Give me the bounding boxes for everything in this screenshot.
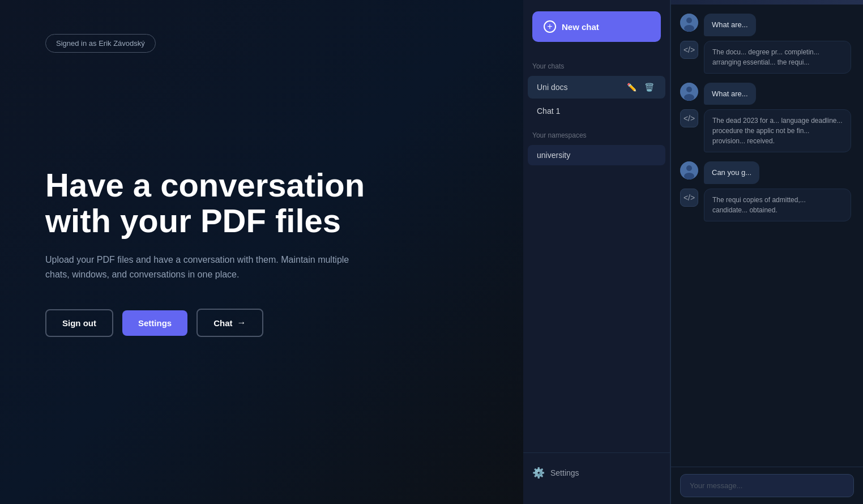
edit-chat-button[interactable]: ✏️: [625, 82, 639, 93]
user-message-1: What are...: [680, 14, 854, 36]
user-message-3: Can you g...: [680, 161, 854, 184]
main-area: Signed in as Erik Závodský Have a conver…: [0, 0, 523, 504]
chat-messages: What are... </> The docu... degree pr...…: [671, 5, 863, 467]
avatar: [680, 14, 698, 32]
hero-headline: Have a conversation with your PDF files: [45, 167, 385, 240]
svg-point-5: [684, 94, 694, 101]
your-chats-label: Your chats: [523, 53, 670, 75]
settings-link[interactable]: ⚙️ Settings: [532, 462, 661, 484]
svg-point-4: [686, 87, 692, 92]
message-group-1: What are... </> The docu... degree pr...…: [680, 14, 854, 74]
chat-item-uni-docs[interactable]: Uni docs ✏️ 🗑️: [528, 76, 665, 99]
new-chat-label: New chat: [562, 22, 599, 32]
user-bubble-1: What are...: [704, 14, 756, 36]
message-group-2: What are... </> The dead 2023 for a... l…: [680, 83, 854, 153]
message-input[interactable]: [680, 474, 854, 497]
settings-label: Settings: [550, 468, 579, 477]
chat-panel-header: [671, 0, 863, 5]
user-bubble-2: What are...: [704, 83, 756, 105]
sidebar: + New chat Your chats Uni docs ✏️ 🗑️ Cha…: [523, 0, 670, 504]
code-icon-2: </>: [680, 109, 698, 127]
svg-point-8: [684, 173, 694, 180]
plus-icon: +: [544, 20, 556, 33]
avatar: [680, 161, 698, 180]
new-chat-button[interactable]: + New chat: [532, 11, 661, 42]
chat-item-1[interactable]: Chat 1: [528, 101, 665, 121]
message-group-3: Can you g... </> The requi copies of adm…: [680, 161, 854, 221]
sign-out-button[interactable]: Sign out: [45, 309, 113, 337]
ai-bubble-2: The dead 2023 for a... language deadline…: [704, 109, 851, 152]
avatar: [680, 83, 698, 101]
ai-message-3: </> The requi copies of admitted,... can…: [680, 189, 854, 221]
code-icon-3: </>: [680, 189, 698, 207]
signed-in-text: Signed in as Erik Závodský: [56, 39, 145, 48]
chat-item-name: Uni docs: [537, 83, 567, 92]
hero-subtitle: Upload your PDF files and have a convers…: [45, 253, 357, 281]
code-icon: </>: [680, 41, 698, 59]
svg-point-2: [684, 25, 694, 32]
action-buttons: Sign out Settings Chat →: [45, 309, 478, 337]
ai-bubble-3: The requi copies of admitted,... candida…: [704, 189, 851, 221]
your-namespaces-label: Your namespaces: [523, 122, 670, 144]
gear-icon: ⚙️: [532, 467, 545, 479]
ai-message-2: </> The dead 2023 for a... language dead…: [680, 109, 854, 152]
ai-bubble-1: The docu... degree pr... completin... ar…: [704, 41, 851, 74]
chat-panel: What are... </> The docu... degree pr...…: [670, 0, 863, 504]
settings-button[interactable]: Settings: [122, 310, 187, 336]
delete-chat-button[interactable]: 🗑️: [642, 82, 656, 93]
ai-message-1: </> The docu... degree pr... completin..…: [680, 41, 854, 74]
message-input-area: [671, 467, 863, 504]
user-bubble-3: Can you g...: [704, 161, 759, 184]
chat-item-name: Chat 1: [537, 106, 560, 116]
signed-in-badge: Signed in as Erik Závodský: [45, 34, 156, 53]
namespace-name: university: [537, 151, 570, 160]
chat-item-actions: ✏️ 🗑️: [625, 82, 656, 93]
svg-point-1: [686, 18, 692, 23]
chat-arrow-icon: →: [237, 318, 246, 328]
user-message-2: What are...: [680, 83, 854, 105]
namespace-item-university[interactable]: university: [528, 145, 665, 165]
sidebar-bottom: ⚙️ Settings: [523, 452, 670, 493]
sidebar-top: + New chat: [523, 11, 670, 53]
chat-button[interactable]: Chat →: [196, 309, 263, 337]
svg-point-7: [686, 165, 692, 171]
